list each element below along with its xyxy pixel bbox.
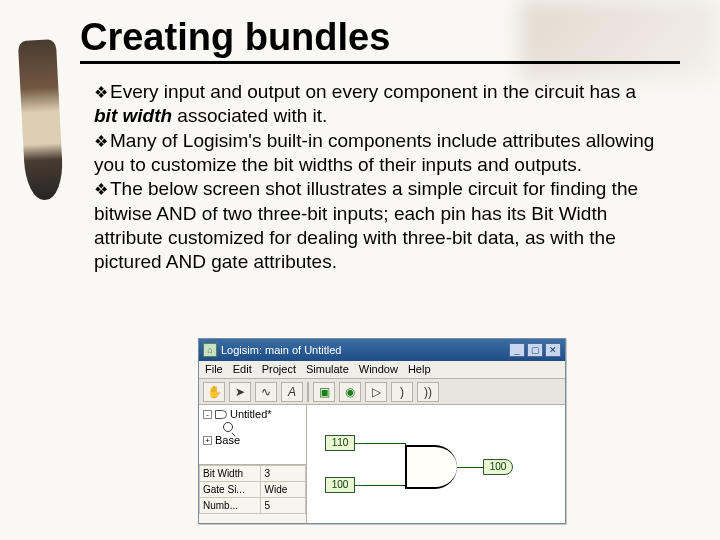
and-gate[interactable] bbox=[405, 445, 457, 489]
not-gate-icon[interactable]: ▷ bbox=[365, 382, 387, 402]
wire[interactable] bbox=[457, 467, 483, 468]
tree-project[interactable]: Untitled* bbox=[230, 408, 272, 420]
pin-out-icon[interactable]: ◉ bbox=[339, 382, 361, 402]
titlebar: ⌂ Logisim: main of Untitled _ ▢ ✕ bbox=[199, 339, 565, 361]
bullet-1-bold: bit width bbox=[94, 105, 172, 126]
pointer-icon[interactable]: ➤ bbox=[229, 382, 251, 402]
pin-in-icon[interactable]: ▣ bbox=[313, 382, 335, 402]
tree-handle-icon[interactable]: + bbox=[203, 436, 212, 445]
menu-window[interactable]: Window bbox=[359, 363, 398, 376]
table-row: Gate Si...Wide bbox=[200, 482, 306, 498]
window-title: Logisim: main of Untitled bbox=[221, 344, 505, 356]
pin-lead bbox=[355, 443, 365, 444]
toolbar: ✋ ➤ ∿ A ▣ ◉ ▷ ) )) bbox=[199, 379, 565, 405]
bullet-3: The below screen shot illustrates a simp… bbox=[94, 178, 638, 272]
bullet-icon bbox=[94, 130, 110, 151]
tree-handle-icon[interactable]: - bbox=[203, 410, 212, 419]
project-icon bbox=[215, 410, 227, 419]
bullet-2: Many of Logisim's built-in components in… bbox=[94, 130, 654, 175]
input-pin-2[interactable]: 100 bbox=[325, 477, 355, 493]
prop-key: Numb... bbox=[200, 498, 261, 514]
minimize-button[interactable]: _ bbox=[509, 343, 525, 357]
bullet-1a: Every input and output on every componen… bbox=[110, 81, 636, 102]
prop-val[interactable]: Wide bbox=[261, 482, 306, 498]
menu-project[interactable]: Project bbox=[262, 363, 296, 376]
logisim-window: ⌂ Logisim: main of Untitled _ ▢ ✕ File E… bbox=[198, 338, 566, 524]
menu-file[interactable]: File bbox=[205, 363, 223, 376]
decorative-brush bbox=[18, 39, 64, 201]
table-row: Bit Width3 bbox=[200, 466, 306, 482]
left-pane: -Untitled* +Base Bit Width3 Gate Si...Wi… bbox=[199, 405, 307, 523]
project-tree[interactable]: -Untitled* +Base bbox=[199, 405, 306, 465]
menu-simulate[interactable]: Simulate bbox=[306, 363, 349, 376]
menu-edit[interactable]: Edit bbox=[233, 363, 252, 376]
app-logo-icon: ⌂ bbox=[203, 343, 217, 357]
wire[interactable] bbox=[365, 485, 405, 486]
close-button[interactable]: ✕ bbox=[545, 343, 561, 357]
attributes-table: Bit Width3 Gate Si...Wide Numb...5 bbox=[199, 465, 306, 523]
prop-val[interactable]: 5 bbox=[261, 498, 306, 514]
prop-val[interactable]: 3 bbox=[261, 466, 306, 482]
bullet-icon bbox=[94, 81, 110, 102]
body-text: Every input and output on every componen… bbox=[94, 80, 664, 275]
and-gate-icon[interactable]: ) bbox=[391, 382, 413, 402]
or-gate-icon[interactable]: )) bbox=[417, 382, 439, 402]
menu-help[interactable]: Help bbox=[408, 363, 431, 376]
text-a-icon[interactable]: A bbox=[281, 382, 303, 402]
menubar: File Edit Project Simulate Window Help bbox=[199, 361, 565, 379]
pin-lead bbox=[355, 485, 365, 486]
magnify-icon bbox=[223, 422, 233, 432]
bullet-1c: associated with it. bbox=[172, 105, 327, 126]
separator bbox=[307, 382, 309, 402]
wire[interactable] bbox=[365, 443, 405, 444]
table-row: Numb...5 bbox=[200, 498, 306, 514]
hand-icon[interactable]: ✋ bbox=[203, 382, 225, 402]
page-title: Creating bundles bbox=[80, 16, 680, 64]
prop-key: Gate Si... bbox=[200, 482, 261, 498]
input-pin-1[interactable]: 110 bbox=[325, 435, 355, 451]
output-pin[interactable]: 100 bbox=[483, 459, 513, 475]
circuit-canvas[interactable]: 110 100 100 bbox=[307, 405, 565, 523]
maximize-button[interactable]: ▢ bbox=[527, 343, 543, 357]
prop-key: Bit Width bbox=[200, 466, 261, 482]
tree-lib-base[interactable]: Base bbox=[215, 434, 240, 446]
wire-icon[interactable]: ∿ bbox=[255, 382, 277, 402]
bullet-icon bbox=[94, 178, 110, 199]
